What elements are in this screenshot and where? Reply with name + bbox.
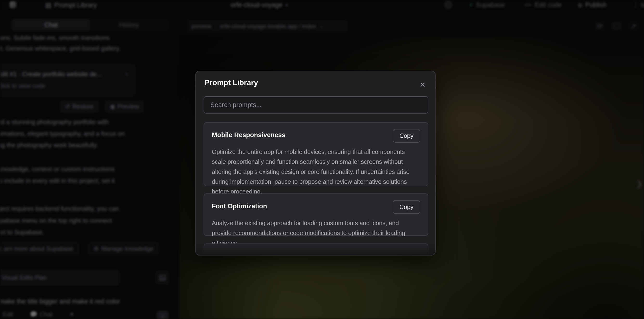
- prompt-card-description: Optimize the entire app for mobile devic…: [212, 147, 420, 196]
- modal-title: Prompt Library: [204, 78, 258, 87]
- app-window: ▤ Prompt Library orfe-cloud-voyage ▾ ⚡ S…: [0, 0, 644, 319]
- prompt-card-title: Mobile Responsiveness: [212, 129, 286, 139]
- close-icon: ✕: [420, 80, 426, 89]
- copy-button[interactable]: Copy: [393, 129, 420, 143]
- search-input[interactable]: [204, 96, 428, 114]
- close-button[interactable]: ✕: [417, 80, 428, 90]
- prompt-card: Mobile Responsiveness Copy Optimize the …: [204, 122, 428, 186]
- modal-bottom-fade: [196, 242, 435, 255]
- prompt-card-title: Font Optimization: [212, 200, 267, 210]
- copy-button[interactable]: Copy: [393, 200, 420, 214]
- prompt-card: Font Optimization Copy Analyze the exist…: [204, 194, 428, 236]
- prompt-library-modal: Prompt Library ✕ Mobile Responsiveness C…: [196, 71, 436, 256]
